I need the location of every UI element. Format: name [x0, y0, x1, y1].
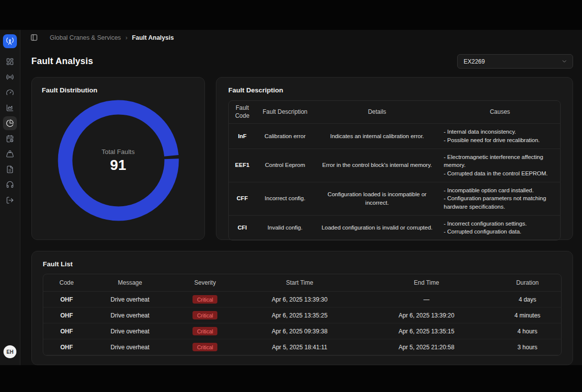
cause-line: - Incompatible option card installed.	[444, 186, 556, 195]
col-severity: Severity	[170, 274, 240, 292]
broadcast-icon	[6, 73, 14, 81]
fault-list-header-row: Code Message Severity Start Time End Tim…	[43, 274, 561, 292]
fault-duration: 4 hours	[494, 323, 561, 339]
dashboard-icon	[6, 58, 14, 66]
app-logo[interactable]	[3, 34, 17, 48]
total-faults-value: 91	[110, 157, 126, 173]
cause-line: - Incorrect configuration settings.	[444, 220, 556, 228]
headset-icon	[6, 181, 14, 189]
fault-causes: - Incompatible option card installed. - …	[440, 182, 560, 216]
fault-distribution-panel: Fault Distribution Total Faults 91	[31, 77, 205, 240]
logout-icon	[6, 196, 14, 204]
cause-line: - Corrupted configuration data.	[444, 228, 556, 236]
sidebar-item-gauge[interactable]	[3, 85, 17, 99]
sidebar-item-fault-analysis[interactable]	[3, 116, 17, 130]
calendar-clock-icon	[6, 135, 14, 143]
col-duration: Duration	[494, 274, 561, 292]
fault-code: InF	[229, 124, 256, 149]
col-fault-code: Fault Code	[229, 101, 256, 124]
sidebar-item-reports[interactable]	[3, 162, 17, 176]
fault-duration: 4 minutes	[494, 308, 561, 323]
fault-list-panel: Fault List Code Message Severity Start T…	[31, 251, 573, 365]
cause-line: - Internal data inconsistency.	[444, 128, 556, 136]
total-faults-label: Total Faults	[101, 148, 134, 156]
cause-line: - Corrupted data in the control EEPROM.	[444, 169, 556, 178]
cause-line: - Possible need for drive recalibration.	[444, 136, 556, 145]
chevron-right-icon: ›	[125, 34, 127, 41]
col-details: Details	[314, 101, 440, 124]
fault-desc: Incorrect config.	[256, 182, 314, 216]
fault-description-row: CFI Invalid config. Loaded configuration…	[229, 216, 560, 240]
col-causes: Causes	[440, 101, 560, 124]
fault-description-title: Fault Description	[228, 86, 561, 94]
col-code: Code	[43, 274, 90, 292]
fault-causes: - Incorrect configuration settings. - Co…	[440, 216, 560, 240]
breadcrumb-bar: Global Cranes & Services › Fault Analysi…	[30, 30, 573, 45]
fault-start-time: Apr 6, 2025 09:39:38	[240, 323, 359, 339]
fault-severity: Critical	[170, 323, 240, 339]
fault-code: CFI	[229, 216, 256, 240]
severity-badge: Critical	[193, 343, 217, 351]
sidebar-item-support[interactable]	[3, 178, 17, 192]
top-panels: Fault Distribution Total Faults 91 Fault…	[31, 77, 573, 240]
user-avatar[interactable]: EH	[3, 345, 16, 358]
sidebar-item-weight[interactable]	[3, 147, 17, 161]
fault-causes: - Internal data inconsistency. - Possibl…	[440, 124, 560, 149]
fault-details: Loaded configuration is invalid or corru…	[314, 216, 440, 240]
fault-code: EEF1	[229, 149, 256, 182]
fault-start-time: Apr 6, 2025 13:35:25	[240, 308, 359, 323]
breadcrumb-root[interactable]: Global Cranes & Services	[50, 34, 121, 41]
fault-message: Drive overheat	[90, 292, 170, 308]
fault-distribution-title: Fault Distribution	[42, 86, 194, 94]
fault-list-title: Fault List	[43, 260, 562, 268]
device-select-value: EX2269	[464, 58, 485, 65]
pie-chart-icon	[6, 119, 14, 127]
fault-description-row: CFF Incorrect config. Configuration load…	[229, 182, 560, 216]
fault-end-time: Apr 5, 2025 21:20:58	[359, 339, 494, 355]
fault-desc: Invalid config.	[256, 216, 314, 240]
fault-message: Drive overheat	[90, 308, 170, 323]
device-select[interactable]: EX2269	[457, 54, 573, 69]
fault-severity: Critical	[170, 308, 240, 323]
fault-start-time: Apr 5, 2025 18:41:11	[240, 339, 359, 355]
fault-code: OHF	[43, 308, 90, 323]
cause-line: - Electromagnetic interference affecting…	[444, 153, 556, 169]
main-content: Global Cranes & Services › Fault Analysi…	[20, 30, 582, 365]
fault-details: Indicates an internal calibration error.	[314, 124, 440, 149]
chevron-down-icon	[561, 58, 568, 65]
sidebar-item-dashboard[interactable]	[3, 55, 17, 69]
gauge-icon	[6, 88, 14, 96]
fault-description-row: InF Calibration error Indicates an inter…	[229, 124, 560, 149]
document-icon	[6, 165, 14, 173]
fault-end-time: Apr 6, 2025 13:39:20	[359, 308, 494, 323]
breadcrumb-current: Fault Analysis	[132, 34, 174, 41]
sidebar-collapse-button[interactable]	[30, 34, 38, 41]
page-title: Fault Analysis	[31, 56, 93, 67]
fault-code: CFF	[229, 182, 256, 216]
avatar-initials: EH	[6, 349, 13, 355]
fault-message: Drive overheat	[90, 339, 170, 355]
fault-list-row: OHF Drive overheat Critical Apr 6, 2025 …	[43, 308, 561, 323]
severity-badge: Critical	[193, 311, 217, 319]
page-header: Fault Analysis EX2269	[31, 54, 573, 69]
breadcrumb: Global Cranes & Services › Fault Analysi…	[50, 34, 174, 41]
fault-duration: 3 hours	[494, 339, 561, 355]
fault-desc: Calibration error	[256, 124, 314, 149]
col-end-time: End Time	[359, 274, 494, 292]
app-window: EH Global Cranes & Services › Fault Anal…	[0, 30, 582, 365]
fault-list-row: OHF Drive overheat Critical Apr 6, 2025 …	[43, 292, 561, 308]
sidebar-item-schedule[interactable]	[3, 132, 17, 146]
fault-distribution-donut-chart: Total Faults 91	[58, 100, 179, 221]
sidebar-item-broadcast[interactable]	[3, 70, 17, 84]
fault-list-row: OHF Drive overheat Critical Apr 6, 2025 …	[43, 323, 561, 339]
sidebar-item-logout[interactable]	[3, 193, 17, 207]
fault-severity: Critical	[170, 339, 240, 355]
cause-line: - Configuration parameters not matching …	[444, 194, 556, 211]
fault-description-panel: Fault Description Fault Code Fault Descr…	[216, 77, 573, 240]
fault-list-table: Code Message Severity Start Time End Tim…	[43, 274, 562, 356]
fault-desc: Control Eeprom	[256, 149, 314, 182]
area-chart-icon	[6, 104, 14, 112]
sidebar-item-area-chart[interactable]	[3, 101, 17, 115]
radio-tower-icon	[6, 37, 14, 45]
fault-end-time: Apr 6, 2025 13:35:15	[359, 323, 494, 339]
